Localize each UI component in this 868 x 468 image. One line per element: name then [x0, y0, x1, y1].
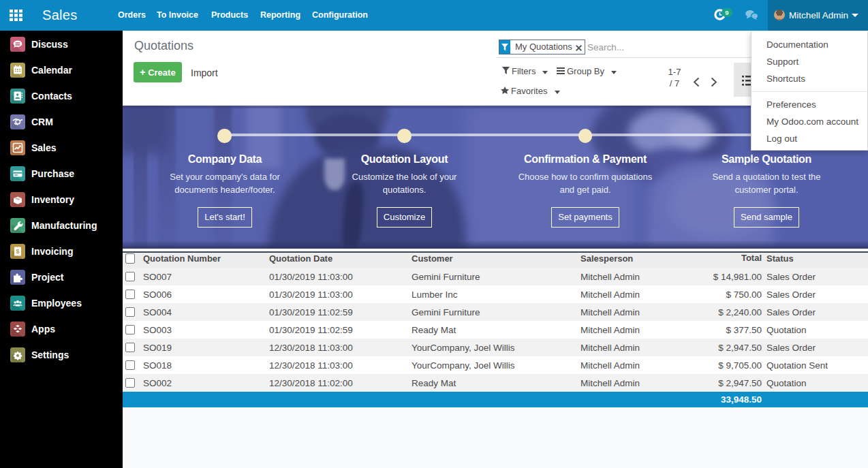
svg-text:$: $	[16, 248, 19, 255]
